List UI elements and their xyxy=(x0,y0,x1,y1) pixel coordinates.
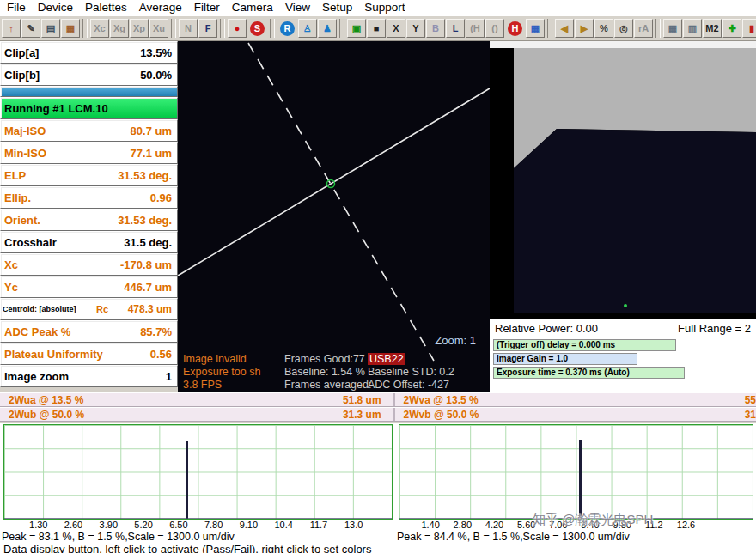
measurement-row-blank[interactable] xyxy=(0,86,178,97)
row-label: Clip[b] xyxy=(4,69,40,82)
menu-file[interactable]: File xyxy=(2,1,33,15)
run-icon[interactable]: R xyxy=(280,21,295,36)
measurement-row-centroid-absolute[interactable]: Centroid: [absolute]Rc478.3 um xyxy=(0,298,178,320)
x-tick-label: 5.20 xyxy=(134,520,152,530)
xg-button[interactable]: Xg xyxy=(110,19,129,38)
green-display-icon[interactable]: ▣ xyxy=(347,19,366,38)
meter-icon[interactable]: ▮ xyxy=(742,19,756,38)
measurement-row-xc[interactable]: Xc-170.8 um xyxy=(0,253,178,276)
row-value: 446.7 um xyxy=(124,281,172,294)
y-profile-spike xyxy=(579,440,582,519)
s1-icon[interactable]: S xyxy=(250,21,265,36)
f-button[interactable]: F xyxy=(198,19,217,38)
right-arrow-icon[interactable]: ▶ xyxy=(575,19,594,38)
exposure-time-row[interactable]: Exposure time = 0.370 ms (Auto) xyxy=(493,367,685,379)
row-label: Xc xyxy=(4,258,18,271)
x-tick-label: 1.40 xyxy=(421,520,439,530)
measurement-row-adc-peak[interactable]: ADC Peak %85.7% xyxy=(0,320,178,343)
trigger-delay-row[interactable]: (Trigger off) delay = 0.000 ms xyxy=(493,339,676,351)
imager-gain-row[interactable]: Imager Gain = 1.0 xyxy=(493,353,637,365)
measurement-row-ellip[interactable]: Ellip.0.96 xyxy=(0,186,178,209)
menu-palettes[interactable]: Palettes xyxy=(80,1,134,15)
menu-support[interactable]: Support xyxy=(359,1,412,15)
menu-setup[interactable]: Setup xyxy=(317,1,359,15)
width-value: 31.3 um xyxy=(343,409,381,421)
width-cell-2wva-13-5[interactable]: 2Wva @ 13.5 %55 xyxy=(393,393,756,406)
x-profile-plot[interactable] xyxy=(3,424,393,520)
user-lock-icon[interactable]: ♟ xyxy=(318,19,337,38)
xu-button[interactable]: Xu xyxy=(149,19,168,38)
width-cell-2wua-13-5[interactable]: 2Wua @ 13.5 %51.8 um xyxy=(0,393,393,406)
width-cell-2wub-50-0[interactable]: 2Wub @ 50.0 %31.3 um xyxy=(0,408,393,421)
left-panel: Clip[a]13.5%Clip[b]50.0%Running #1 LCM.1… xyxy=(0,41,178,392)
measurement-row-image-zoom[interactable]: Image zoom1 xyxy=(0,365,178,387)
xc-button[interactable]: Xc xyxy=(90,19,109,38)
h-bracket-button[interactable]: (H xyxy=(466,19,485,38)
beam-3d-view[interactable] xyxy=(490,41,756,319)
camera-info-text: Frames Good:77 xyxy=(284,353,368,366)
camera-view[interactable]: Zoom: 1 Image invalidFrames Good:77USB22… xyxy=(178,41,490,392)
palette-icon[interactable]: ▦ xyxy=(61,19,80,38)
home-arrow-icon[interactable]: ↑ xyxy=(2,19,21,38)
menu-device[interactable]: Device xyxy=(33,1,80,15)
y-axis-button[interactable]: Y xyxy=(406,19,425,38)
h-red-icon[interactable]: H xyxy=(508,21,522,36)
toolbar-separator xyxy=(547,19,552,38)
grid-icon[interactable]: ▦ xyxy=(526,19,545,38)
chart-icon[interactable]: ▥ xyxy=(683,19,702,38)
menu-view[interactable]: View xyxy=(280,1,317,15)
measurement-row-yc[interactable]: Yc446.7 um xyxy=(0,276,178,298)
measurement-row-min-iso[interactable]: Min-ISO77.1 um xyxy=(0,142,178,164)
width-cell-2wvb-50-0[interactable]: 2Wvb @ 50.0 %31 xyxy=(393,408,756,421)
x-profile-baseline xyxy=(4,518,392,519)
row-label: Yc xyxy=(4,281,18,294)
menu-filter[interactable]: Filter xyxy=(189,1,227,15)
pencil-icon[interactable]: ✎ xyxy=(21,19,40,38)
record-icon[interactable]: ● xyxy=(228,19,247,38)
x-tick-label: 4.20 xyxy=(485,520,503,530)
xp-button[interactable]: Xp xyxy=(130,19,149,38)
target-icon[interactable]: ◎ xyxy=(614,19,633,38)
row-value: 77.1 um xyxy=(131,147,172,160)
measurement-row-plateau-uniformity[interactable]: Plateau Uniformity0.56 xyxy=(0,343,178,365)
profile-charts: 1.302.603.905.206.507.809.1010.411.713.0… xyxy=(0,423,756,543)
row-mid-label: Rc xyxy=(96,304,108,314)
x-tick-label: 7.00 xyxy=(549,520,567,530)
x-axis-button[interactable]: X xyxy=(387,19,405,38)
green-cross-icon[interactable]: ✚ xyxy=(722,19,741,38)
camera-status-line: Exposure too shBaseline: 1.54 %Baseline … xyxy=(183,366,454,379)
measurement-row-clip-b[interactable]: Clip[b]50.0% xyxy=(0,64,178,86)
menu-camera[interactable]: Camera xyxy=(227,1,280,15)
y-profile-baseline xyxy=(399,518,753,519)
camera-info-text: Baseline: 1.54 % xyxy=(284,366,368,379)
measurement-row-maj-iso[interactable]: Maj-ISO80.7 um xyxy=(0,119,178,142)
left-arrow-icon[interactable]: ◀ xyxy=(555,19,574,38)
b-button[interactable]: B xyxy=(426,19,445,38)
x-profile-ticks: 1.302.603.905.206.507.809.1010.411.713.0 xyxy=(3,520,393,531)
print-icon[interactable]: ▤ xyxy=(41,19,60,38)
table-icon[interactable]: ▦ xyxy=(663,19,682,38)
m2-button[interactable]: M2 xyxy=(703,19,722,38)
row-label: Centroid: [absolute] xyxy=(3,305,76,313)
percent-icon[interactable]: % xyxy=(594,19,613,38)
ra-button[interactable]: rA xyxy=(634,19,653,38)
measurement-row-elp[interactable]: ELP31.53 deg. xyxy=(0,164,178,186)
row-value: 13.5% xyxy=(140,46,172,59)
black-display-icon[interactable]: ■ xyxy=(367,19,386,38)
row-label: Image zoom xyxy=(4,370,69,383)
y-profile-chart-group: 1.402.804.205.607.008.409.8011.212.6 Pea… xyxy=(395,423,756,543)
row-label: Orient. xyxy=(4,214,40,227)
user-icon[interactable]: ♙ xyxy=(298,19,317,38)
toolbar-separator xyxy=(171,19,176,38)
paren-button[interactable]: () xyxy=(485,19,504,38)
measurement-row-running-1-lcm-10[interactable]: Running #1 LCM.10 xyxy=(0,97,178,119)
width-row-1: 2Wua @ 13.5 %51.8 um2Wva @ 13.5 %55 xyxy=(0,392,756,407)
l-button[interactable]: L xyxy=(446,19,465,38)
n-button[interactable]: N xyxy=(179,19,198,38)
x-tick-label: 2.80 xyxy=(454,520,472,530)
y-profile-plot[interactable] xyxy=(399,424,753,520)
measurement-row-clip-a[interactable]: Clip[a]13.5% xyxy=(0,41,178,64)
menu-average[interactable]: Average xyxy=(134,1,189,15)
measurement-row-crosshair[interactable]: Crosshair31.5 deg. xyxy=(0,231,178,253)
measurement-row-orient[interactable]: Orient.31.53 deg. xyxy=(0,209,178,231)
